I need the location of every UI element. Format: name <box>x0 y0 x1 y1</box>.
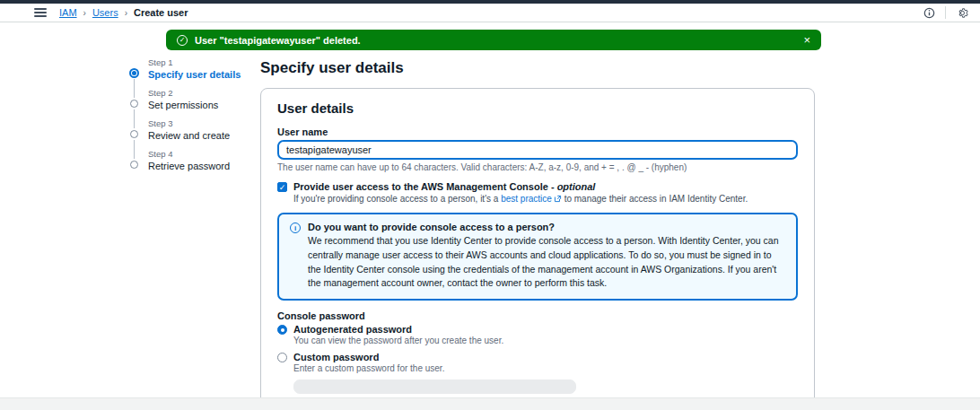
gear-icon[interactable] <box>955 5 969 20</box>
info-icon: i <box>290 222 301 233</box>
info-alert-body: We recommend that you use Identity Cente… <box>308 234 783 291</box>
breadcrumb-current: Create user <box>134 7 188 18</box>
step-item-review-and-create[interactable]: Step 3 Review and create <box>130 118 247 141</box>
step-radio-icon <box>130 130 138 138</box>
autogenerated-password-radio-row: Autogenerated password <box>277 324 798 335</box>
toolbar-right <box>922 5 969 20</box>
checkbox-checked-icon[interactable]: ✓ <box>277 182 287 192</box>
autogenerated-password-description: You can view the password after you crea… <box>293 336 798 345</box>
banner-close-icon[interactable]: × <box>803 34 810 46</box>
step-number: Step 4 <box>148 149 247 159</box>
step-number: Step 1 <box>148 57 247 67</box>
step-label: Specify user details <box>148 69 247 80</box>
breadcrumb-separator: › <box>125 8 127 18</box>
step-number: Step 2 <box>148 88 247 98</box>
card-title: User details <box>277 100 798 116</box>
page-title: Specify user details <box>260 59 815 77</box>
custom-password-label[interactable]: Custom password <box>293 352 379 362</box>
username-label: User name <box>277 126 798 137</box>
success-banner: ✓ User "testapigatewayuser" deleted. × <box>166 30 821 50</box>
success-check-icon: ✓ <box>177 35 188 46</box>
console-access-checkbox-row: ✓ Provide user access to the AWS Managem… <box>277 181 798 192</box>
custom-password-radio-row: Custom password <box>277 352 798 362</box>
hamburger-icon[interactable] <box>34 8 47 17</box>
info-icon[interactable] <box>922 5 936 20</box>
step-radio-icon <box>130 161 138 169</box>
step-radio-icon <box>130 100 138 108</box>
step-number: Step 3 <box>148 118 247 128</box>
optional-text: optional <box>557 181 596 192</box>
console-access-description: If you're providing console access to a … <box>293 194 798 204</box>
breadcrumb-separator: › <box>83 8 86 18</box>
console-access-label[interactable]: Provide user access to the AWS Managemen… <box>293 181 595 192</box>
breadcrumb-toolbar: IAM › Users › Create user <box>0 4 980 22</box>
custom-password-description: Enter a custom password for the user. <box>293 363 798 373</box>
breadcrumb-link-iam[interactable]: IAM <box>59 7 77 18</box>
banner-message: User "testapigatewayuser" deleted. <box>195 35 361 46</box>
user-details-card: User details User name The user name can… <box>260 88 815 410</box>
main-content: Specify user details User details User n… <box>260 59 815 410</box>
username-input[interactable] <box>277 140 798 160</box>
username-help-text: The user name can have up to 64 characte… <box>277 162 798 172</box>
footer-strip <box>0 397 980 410</box>
breadcrumb: IAM › Users › Create user <box>59 7 188 18</box>
radio-selected-icon[interactable] <box>277 325 287 335</box>
step-item-specify-user-details[interactable]: Step 1 Specify user details <box>130 57 247 80</box>
iam-create-user-page: IAM › Users › Create user ✓ User "testap… <box>0 0 980 410</box>
breadcrumb-link-users[interactable]: Users <box>92 7 118 18</box>
step-item-retrieve-password[interactable]: Step 4 Retrieve password <box>130 149 247 171</box>
console-access-label-text: Provide user access to the AWS Managemen… <box>293 181 557 192</box>
step-label: Set permissions <box>148 100 247 110</box>
best-practice-link[interactable]: best practice <box>501 194 562 204</box>
custom-password-input <box>293 379 576 394</box>
autogenerated-password-label[interactable]: Autogenerated password <box>293 324 412 335</box>
steps-nav: Step 1 Specify user details Step 2 Set p… <box>130 57 247 179</box>
desc-suffix: to manage their access in IAM Identity C… <box>562 194 748 204</box>
identity-center-info-alert: i Do you want to provide console access … <box>277 213 798 301</box>
console-password-label: Console password <box>277 310 798 321</box>
toolbar-divider <box>945 6 946 19</box>
step-item-set-permissions[interactable]: Step 2 Set permissions <box>130 88 247 110</box>
external-link-icon <box>554 195 562 203</box>
desc-prefix: If you're providing console access to a … <box>293 194 501 204</box>
info-alert-title: Do you want to provide console access to… <box>308 222 783 232</box>
step-label: Retrieve password <box>148 161 247 171</box>
step-label: Review and create <box>148 130 247 141</box>
step-radio-icon <box>129 68 139 78</box>
best-practice-link-text: best practice <box>501 194 552 204</box>
radio-unselected-icon[interactable] <box>277 353 287 362</box>
